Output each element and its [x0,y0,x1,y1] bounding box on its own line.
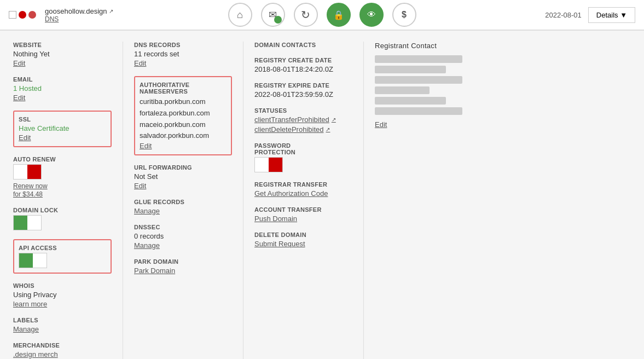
statuses-row: STATUSES clientTransferProhibited ↗ clie… [254,107,352,134]
glue-records-label: GLUE RECORDS [134,199,232,205]
mail-badge [274,16,282,24]
auto-renew-row: AUTO RENEW Renew nowfor $34.48 [13,156,112,198]
labels-manage-link[interactable]: Manage [13,325,39,333]
merchandise-link[interactable]: .design merch [13,350,58,358]
header-checkboxes [9,11,36,19]
whois-learn-more-link[interactable]: learn more [13,300,47,308]
client-transfer-prohibited-text: clientTransferProhibited [254,115,329,124]
client-delete-prohibited-text: clientDeleteProhibited [254,125,323,134]
toggle-off-side [33,253,47,268]
registrant-blur-3 [375,76,462,84]
domain-name: goosehollow.design ↗ [45,7,113,15]
account-transfer-label: ACCOUNT TRANSFER [254,206,352,213]
submit-request-link[interactable]: Submit Request [254,240,305,248]
domain-title: goosehollow.design ↗ DNS [45,7,113,23]
dns-link[interactable]: DNS [45,15,113,23]
password-protection-row: PASSWORDPROTECTION [254,142,352,172]
toggle-on-side [14,165,27,179]
external-link-icon[interactable]: ↗ [109,8,113,14]
account-transfer-row: ACCOUNT TRANSFER Push Domain [254,206,352,223]
url-forwarding-value: Not Set [134,172,232,181]
renew-now-link[interactable]: Renew nowfor $34.48 [13,182,48,198]
col-contacts: DOMAIN CONTACTS REGISTRY CREATE DATE 201… [243,42,363,359]
registrant-blur-6 [375,107,462,115]
labels-row: LABELS Manage [13,317,112,333]
toggle-on-side [19,253,33,268]
api-access-toggle[interactable] [19,253,47,268]
refresh-icon: ↻ [301,8,310,21]
ssl-edit-link[interactable]: Edit [19,134,31,142]
ssl-value: Have Certificate [19,124,106,132]
dnssec-manage-link[interactable]: Manage [134,241,160,250]
select-checkbox[interactable] [9,11,16,19]
status-client-transfer-link[interactable]: clientTransferProhibited ↗ [254,115,352,124]
website-label: WEBSITE [13,42,112,48]
mail-nav-button[interactable]: ✉ [261,3,285,27]
home-nav-button[interactable]: ⌂ [228,3,252,27]
header: goosehollow.design ↗ DNS ⌂ ✉ ↻ 🔒 👁 [0,0,644,30]
status-client-delete-link[interactable]: clientDeleteProhibited ↗ [254,125,352,134]
registrar-transfer-label: REGISTRAR TRANSFER [254,181,352,188]
domain-lock-toggle[interactable] [13,215,42,230]
ssl-label: SSL [19,116,106,123]
nameserver-4: salvador.porkbun.com [140,130,227,142]
park-domain-label: PARK DOMAIN [134,258,232,265]
domain-lock-row: DOMAIN LOCK [13,207,112,230]
external-icon-status2: ↗ [326,126,330,132]
details-button[interactable]: Details ▼ [588,7,635,23]
dnssec-value: 0 records [134,232,232,240]
email-row: EMAIL 1 Hosted Edit [13,76,112,102]
ssl-row: SSL Have Certificate Edit [13,111,112,147]
dns-records-edit-link[interactable]: Edit [134,59,146,67]
registry-create-label: REGISTRY CREATE DATE [254,57,352,63]
registry-create-row: REGISTRY CREATE DATE 2018-08-01T18:24:20… [254,57,352,73]
park-domain-link[interactable]: Park Domain [134,267,175,275]
merchandise-row: MERCHANDISE .design merch [13,342,112,358]
registrant-blur-4 [375,86,430,94]
password-protection-label: PASSWORDPROTECTION [254,142,352,155]
toggle-off-side [27,165,41,179]
park-domain-row: PARK DOMAIN Park Domain [134,258,232,275]
refresh-nav-button[interactable]: ↻ [294,3,318,27]
nameserver-2: fortaleza.porkbun.com [140,108,227,119]
eye-icon: 👁 [367,10,376,20]
dollar-nav-button[interactable]: $ [392,3,416,27]
external-icon-status1: ↗ [332,117,336,123]
toggle-on-side [255,158,269,172]
url-forwarding-row: URL FORWARDING Not Set Edit [134,164,232,190]
url-forwarding-label: URL FORWARDING [134,164,232,171]
domain-text: goosehollow.design [45,7,107,15]
labels-label: LABELS [13,317,112,323]
whois-value: Using Privacy [13,291,112,299]
eye-nav-button[interactable]: 👁 [359,3,384,27]
header-date: 2022-08-01 [545,11,582,19]
dnssec-label: DNSSEC [134,224,232,230]
nav-icons: ⌂ ✉ ↻ 🔒 👁 $ [228,3,416,27]
email-edit-link[interactable]: Edit [13,94,25,102]
whois-row: WHOIS Using Privacy learn more [13,282,112,308]
url-forwarding-edit-link[interactable]: Edit [134,182,146,190]
website-value: Nothing Yet [13,50,112,58]
email-label: EMAIL [13,76,112,83]
auto-renew-toggle[interactable] [13,164,42,180]
nameservers-edit-link[interactable]: Edit [140,142,152,150]
lock-nav-button[interactable]: 🔒 [327,3,351,27]
home-icon: ⌂ [237,9,243,21]
get-authorization-code-link[interactable]: Get Authorization Code [254,189,328,198]
push-domain-link[interactable]: Push Domain [254,215,297,223]
header-left: goosehollow.design ↗ DNS [9,7,118,23]
domain-contacts-row: DOMAIN CONTACTS [254,42,352,48]
domain-lock-label: DOMAIN LOCK [13,207,112,213]
merchandise-label: MERCHANDISE [13,342,112,349]
delete-domain-row: DELETE DOMAIN Submit Request [254,231,352,248]
glue-records-manage-link[interactable]: Manage [134,207,160,215]
registrant-edit-link[interactable]: Edit [375,120,387,129]
glue-records-row: GLUE RECORDS Manage [134,199,232,215]
toggle-off-side [27,216,41,230]
website-edit-link[interactable]: Edit [13,59,25,67]
password-protection-toggle[interactable] [254,157,283,172]
statuses-label: STATUSES [254,107,352,114]
domain-contacts-label: DOMAIN CONTACTS [254,42,352,48]
api-access-row: API ACCESS [13,239,112,274]
registry-expire-row: REGISTRY EXPIRE DATE 2022-08-01T23:59:59… [254,82,352,99]
